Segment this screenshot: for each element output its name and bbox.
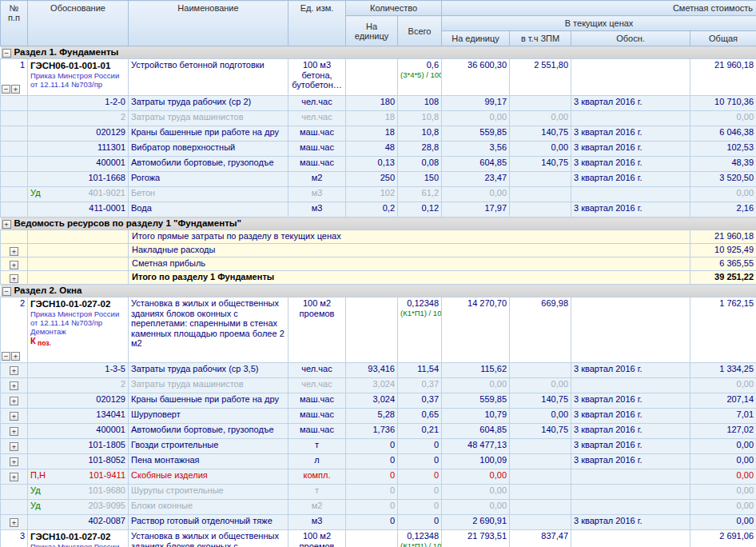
basis-cell[interactable]: 3 квартал 2016 г. bbox=[571, 409, 690, 424]
qty-per-unit-cell[interactable]: 0 bbox=[346, 454, 398, 469]
zpm-cell[interactable]: 669,98 bbox=[510, 297, 571, 363]
unit-cell[interactable]: м3 bbox=[288, 202, 346, 218]
zpm-cell[interactable] bbox=[510, 469, 571, 485]
unit-cell[interactable]: маш.час bbox=[288, 126, 346, 142]
row-number-cell[interactable]: + bbox=[1, 439, 28, 454]
zpm-cell[interactable]: 0,00 bbox=[510, 378, 571, 393]
name-cell[interactable]: Вибратор поверхностный bbox=[129, 142, 288, 157]
name-cell[interactable]: Шуруповерт bbox=[129, 409, 288, 424]
price-per-unit-cell[interactable]: 48 477,13 bbox=[442, 439, 510, 454]
justification-cell[interactable]: 400001 bbox=[28, 157, 129, 172]
price-per-unit-cell[interactable]: 0,00 bbox=[442, 500, 510, 515]
price-per-unit-cell[interactable]: 21 793,51 bbox=[442, 530, 510, 547]
justification-cell[interactable] bbox=[28, 271, 129, 285]
price-per-unit-cell[interactable]: 36 600,30 bbox=[442, 59, 510, 96]
total-cell[interactable]: 0,00 bbox=[690, 485, 756, 500]
unit-cell[interactable]: маш.час bbox=[288, 157, 346, 172]
summary-total-cell[interactable]: 21 960,18 bbox=[690, 230, 756, 244]
sub-row[interactable]: +402-0087Раствор готовый отделочный тяже… bbox=[1, 515, 756, 530]
unit-cell[interactable]: м2 bbox=[288, 500, 346, 515]
sub-row[interactable]: Уд401-9021Бетонм310261,20,000,00 bbox=[1, 187, 756, 202]
zpm-cell[interactable] bbox=[510, 439, 571, 454]
justification-cell[interactable] bbox=[28, 244, 129, 258]
justification-cell[interactable]: ГЭСН06-01-001-01Приказ Минстроя Россииот… bbox=[28, 59, 129, 96]
row-number-cell[interactable] bbox=[1, 126, 28, 142]
justification-cell[interactable] bbox=[28, 258, 129, 271]
justification-cell[interactable]: 020129 bbox=[28, 393, 129, 409]
justification-cell[interactable]: 134041 bbox=[28, 409, 129, 424]
sub-row[interactable]: +101-1805Гвозди строительныет0048 477,13… bbox=[1, 439, 756, 454]
price-per-unit-cell[interactable]: 559,85 bbox=[442, 126, 510, 142]
total-cell[interactable]: 0,00 bbox=[690, 439, 756, 454]
price-per-unit-cell[interactable]: 0,00 bbox=[442, 187, 510, 202]
unit-cell[interactable]: маш.час bbox=[288, 393, 346, 409]
qty-per-unit-cell[interactable]: 102 bbox=[346, 187, 398, 202]
expand-icon[interactable]: + bbox=[10, 274, 18, 283]
name-cell[interactable]: Устройство бетонной подготовки bbox=[129, 59, 288, 96]
expand-icon[interactable]: + bbox=[10, 457, 18, 466]
qty-per-unit-cell[interactable] bbox=[346, 59, 398, 96]
qty-total-cell[interactable]: 0,08 bbox=[398, 157, 442, 172]
qty-per-unit-cell[interactable]: 48 bbox=[346, 142, 398, 157]
name-cell[interactable]: Затраты труда машинистов bbox=[129, 111, 288, 126]
expand-icon[interactable]: + bbox=[10, 261, 18, 270]
justification-cell[interactable]: П,Н101-9411 bbox=[28, 469, 129, 485]
basis-cell[interactable] bbox=[571, 187, 690, 202]
qty-per-unit-cell[interactable]: 0 bbox=[346, 485, 398, 500]
expand-icon[interactable]: + bbox=[11, 352, 20, 361]
summary-total-cell[interactable]: 39 251,22 bbox=[690, 271, 756, 285]
unit-cell[interactable]: т bbox=[288, 485, 346, 500]
justification-cell[interactable]: Уд101-9680 bbox=[28, 485, 129, 500]
sub-row[interactable]: Уд203-9095Блоки оконныем2000,000,00 bbox=[1, 500, 756, 515]
justification-cell[interactable]: 1-3-5 bbox=[28, 363, 129, 378]
sub-row[interactable]: 2Затраты труда машинистовчел.час1810,80,… bbox=[1, 111, 756, 126]
name-cell[interactable]: Раствор готовый отделочный тяже bbox=[129, 515, 288, 530]
justification-cell[interactable]: 111301 bbox=[28, 142, 129, 157]
row-number-cell[interactable]: + bbox=[1, 454, 28, 469]
justification-cell[interactable]: 101-1668 bbox=[28, 172, 129, 187]
summary-label-cell[interactable]: Накладные расходы bbox=[129, 244, 690, 258]
name-cell[interactable]: Автомобили бортовые, грузоподъе bbox=[129, 157, 288, 172]
name-cell[interactable]: Затраты труда рабочих (ср 3,5) bbox=[129, 363, 288, 378]
unit-cell[interactable]: л bbox=[288, 454, 346, 469]
qty-per-unit-cell[interactable]: 0,2 bbox=[346, 202, 398, 218]
justification-cell[interactable]: 1-2-0 bbox=[28, 96, 129, 111]
qty-per-unit-cell[interactable]: 5,28 bbox=[346, 409, 398, 424]
row-number-cell[interactable]: + bbox=[1, 469, 28, 485]
name-cell[interactable]: Краны башенные при работе на дру bbox=[129, 393, 288, 409]
sub-row[interactable]: +400001Автомобили бортовые, грузоподъема… bbox=[1, 424, 756, 439]
total-cell[interactable]: 2,16 bbox=[690, 202, 756, 218]
price-per-unit-cell[interactable]: 3,56 bbox=[442, 142, 510, 157]
basis-cell[interactable]: 3 квартал 2016 г. bbox=[571, 96, 690, 111]
zpm-cell[interactable]: 0,00 bbox=[510, 142, 571, 157]
qty-total-cell[interactable]: 28,8 bbox=[398, 142, 442, 157]
price-per-unit-cell[interactable]: 10,79 bbox=[442, 409, 510, 424]
row-number-cell[interactable]: 1−+ bbox=[1, 59, 28, 96]
name-cell[interactable]: Установка в жилых и общественных зданиях… bbox=[129, 297, 288, 363]
sub-row[interactable]: Уд101-9680Шурупы строительныет000,000,00 bbox=[1, 485, 756, 500]
qty-total-cell[interactable]: 0,6(3*4*5) / 100 bbox=[398, 59, 442, 96]
summary-total-cell[interactable]: 10 925,49 bbox=[690, 244, 756, 258]
expand-icon[interactable]: + bbox=[2, 220, 11, 229]
expand-icon[interactable]: + bbox=[10, 397, 18, 405]
qty-total-cell[interactable]: 61,2 bbox=[398, 187, 442, 202]
row-number-cell[interactable] bbox=[1, 187, 28, 202]
zpm-cell[interactable] bbox=[510, 172, 571, 187]
sub-row[interactable]: +020129Краны башенные при работе на друм… bbox=[1, 393, 756, 409]
price-per-unit-cell[interactable]: 604,85 bbox=[442, 424, 510, 439]
expand-icon[interactable]: + bbox=[10, 366, 18, 375]
qty-total-cell[interactable]: 0 bbox=[398, 439, 442, 454]
total-cell[interactable]: 0,00 bbox=[690, 378, 756, 393]
qty-total-cell[interactable]: 0,12348(К1*П1) / 100 bbox=[398, 530, 442, 547]
qty-per-unit-cell[interactable]: 0 bbox=[346, 500, 398, 515]
row-number-cell[interactable]: + bbox=[1, 424, 28, 439]
zpm-cell[interactable] bbox=[510, 454, 571, 469]
qty-total-cell[interactable]: 0,21 bbox=[398, 424, 442, 439]
basis-cell[interactable]: 3 квартал 2016 г. bbox=[571, 202, 690, 218]
price-per-unit-cell[interactable]: 0,00 bbox=[442, 485, 510, 500]
total-cell[interactable]: 2 691,06 bbox=[690, 530, 756, 547]
total-cell[interactable]: 6 046,38 bbox=[690, 126, 756, 142]
expand-icon[interactable]: + bbox=[10, 427, 18, 436]
qty-total-cell[interactable]: 108 bbox=[398, 96, 442, 111]
zpm-cell[interactable]: 140,75 bbox=[510, 393, 571, 409]
